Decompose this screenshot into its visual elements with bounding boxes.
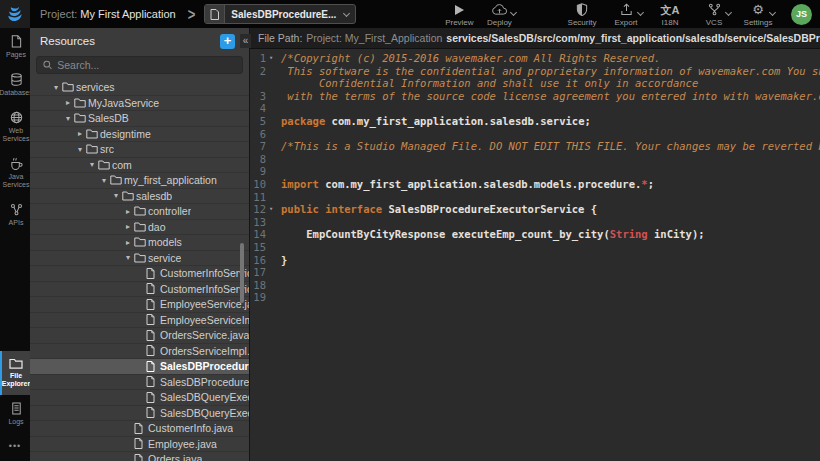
line-number[interactable]: 15: [250, 241, 276, 254]
more-options-button[interactable]: •••: [0, 433, 30, 461]
rail-bottom: File ExplorerLogs •••: [0, 351, 30, 461]
tree-folder-service[interactable]: ▾service: [30, 251, 249, 267]
export-button[interactable]: Export: [611, 2, 641, 27]
sidebar-item-label: Pages: [6, 51, 26, 59]
tree-file-OrdersServiceImpl.java[interactable]: OrdersServiceImpl.java: [30, 344, 249, 360]
line-number[interactable]: 9: [250, 165, 276, 178]
chevron-down-icon[interactable]: ▾: [98, 176, 110, 185]
chevron-right-icon[interactable]: ▸: [122, 238, 134, 247]
settings-button[interactable]: ⚙Settings: [743, 2, 773, 27]
tree-file-EmployeeServiceImpl.java[interactable]: EmployeeServiceImpl.java: [30, 313, 249, 329]
line-number[interactable]: 14: [250, 228, 276, 241]
line-number[interactable]: 3: [250, 90, 276, 103]
logs-icon: [11, 402, 22, 415]
tree-folder-src[interactable]: ▾src: [30, 142, 249, 158]
i18n-button[interactable]: 文AI18N: [655, 2, 685, 27]
tree-file-SalesDBProcedureExecutorService.java[interactable]: SalesDBProcedureExecutorService.java: [30, 359, 249, 375]
tree-item-label: SalesDBProcedureExecutorServiceImpl.java: [160, 376, 249, 388]
line-number[interactable]: 16: [250, 254, 276, 267]
user-avatar[interactable]: JS: [791, 4, 812, 25]
tree-file-OrdersService.java[interactable]: OrdersService.java: [30, 328, 249, 344]
line-number[interactable]: 11: [250, 191, 276, 204]
deploy-button[interactable]: Deploy: [484, 2, 514, 27]
file-icon: [205, 5, 225, 23]
preview-button[interactable]: Preview: [444, 2, 474, 27]
chevron-right-icon[interactable]: ▸: [122, 207, 134, 216]
add-resource-button[interactable]: +: [220, 34, 235, 49]
code-text: [276, 216, 287, 229]
tree-folder-dao[interactable]: ▸dao: [30, 220, 249, 236]
tree-folder-SalesDB[interactable]: ▾SalesDB: [30, 111, 249, 127]
tree-scrollbar[interactable]: [240, 243, 244, 303]
line-number[interactable]: 13: [250, 216, 276, 229]
tree-folder-designtime[interactable]: ▸designtime: [30, 127, 249, 143]
sidebar-item-apis[interactable]: APIs: [0, 196, 30, 234]
code-text: [276, 165, 287, 178]
chevron-down-icon[interactable]: ▾: [110, 191, 122, 200]
tree-file-Orders.java[interactable]: Orders.java: [30, 452, 249, 461]
chevron-down-icon[interactable]: ▾: [74, 145, 86, 154]
chevron-down-icon[interactable]: ▾: [50, 83, 62, 92]
line-number[interactable]: 6: [250, 128, 276, 141]
chevron-right-icon[interactable]: ▸: [122, 222, 134, 231]
tree-file-CustomerInfoService.java[interactable]: CustomerInfoService.java: [30, 266, 249, 282]
code-editor[interactable]: 1▾/*Copyright (c) 2015-2016 wavemaker.co…: [250, 49, 820, 461]
rail-top: PagesDatabasesWeb ServicesJava ServicesA…: [0, 28, 30, 234]
security-button[interactable]: Security: [567, 2, 597, 27]
chevron-down-icon[interactable]: ▾: [122, 253, 134, 262]
tree-folder-com[interactable]: ▾com: [30, 158, 249, 174]
line-number[interactable]: 18: [250, 279, 276, 292]
file-path-value: services/SalesDB/src/com/my_first_applic…: [446, 32, 820, 44]
line-number[interactable]: 7: [250, 140, 276, 153]
line-number[interactable]: 8: [250, 153, 276, 166]
line-number[interactable]: 1▾: [250, 52, 276, 65]
tree-file-CustomerInfo.java[interactable]: CustomerInfo.java: [30, 421, 249, 437]
collapse-panel-button[interactable]: «: [240, 34, 251, 48]
line-number[interactable]: 12▾: [250, 203, 276, 216]
file-icon: [146, 314, 160, 325]
tree-folder-services[interactable]: ▾services: [30, 80, 249, 96]
line-number[interactable]: 4: [250, 102, 276, 115]
search-input[interactable]: [57, 59, 236, 71]
sidebar-item-logs[interactable]: Logs: [0, 395, 30, 433]
tree-item-label: com: [112, 159, 132, 171]
line-number[interactable]: 10: [250, 178, 276, 191]
tree-folder-my_first_application[interactable]: ▾my_first_application: [30, 173, 249, 189]
tree-file-SalesDBProcedureExecutorServiceImpl.java[interactable]: SalesDBProcedureExecutorServiceImpl.java: [30, 375, 249, 391]
line-number[interactable]: 19: [250, 291, 276, 304]
tree-folder-controller[interactable]: ▸controller: [30, 204, 249, 220]
chevron-right-icon[interactable]: ▸: [74, 129, 86, 138]
tree-item-label: MyJavaService: [88, 97, 159, 109]
file-path-project: Project: My_First_Application: [306, 32, 442, 44]
vcs-button[interactable]: VCS: [699, 2, 729, 27]
sidebar-item-databases[interactable]: Databases: [0, 66, 30, 104]
tree-file-CustomerInfoServiceImpl.java[interactable]: CustomerInfoServiceImpl.java: [30, 282, 249, 298]
wavemaker-logo[interactable]: [0, 0, 30, 28]
tree-item-label: CustomerInfoService.java: [160, 267, 249, 279]
tree-file-EmployeeService.java[interactable]: EmployeeService.java: [30, 297, 249, 313]
folder-icon: [86, 129, 100, 139]
tree-file-SalesDBQueryExecutorServiceImpl.java[interactable]: SalesDBQueryExecutorServiceImpl.java: [30, 406, 249, 422]
sidebar-item-file-explorer[interactable]: File Explorer: [0, 351, 30, 395]
chevron-right-icon[interactable]: ▸: [62, 98, 74, 107]
chevron-down-icon[interactable]: ▾: [62, 114, 74, 123]
open-file-selector[interactable]: SalesDBProcedureE...: [204, 4, 356, 24]
tree-item-label: CustomerInfo.java: [148, 422, 233, 434]
line-number[interactable]: 2: [250, 65, 276, 90]
line-number[interactable]: 17: [250, 266, 276, 279]
tree-file-SalesDBQueryExecutorService.java[interactable]: SalesDBQueryExecutorService.java: [30, 390, 249, 406]
tree-folder-salesdb[interactable]: ▾salesdb: [30, 189, 249, 205]
tree-item-label: services: [76, 81, 115, 93]
tree-file-Employee.java[interactable]: Employee.java: [30, 437, 249, 453]
tree-folder-MyJavaService[interactable]: ▸MyJavaService: [30, 96, 249, 112]
tree-item-label: dao: [148, 221, 166, 233]
wavemaker-studio: Project: My First Application > SalesDBP…: [0, 0, 820, 461]
tree-folder-models[interactable]: ▸models: [30, 235, 249, 251]
apis-icon: [10, 203, 23, 216]
sidebar-item-label: APIs: [9, 219, 24, 227]
chevron-down-icon[interactable]: ▾: [86, 160, 98, 169]
sidebar-item-java-services[interactable]: Java Services: [0, 150, 30, 196]
sidebar-item-pages[interactable]: Pages: [0, 28, 30, 66]
line-number[interactable]: 5: [250, 115, 276, 128]
sidebar-item-web-services[interactable]: Web Services: [0, 104, 30, 150]
